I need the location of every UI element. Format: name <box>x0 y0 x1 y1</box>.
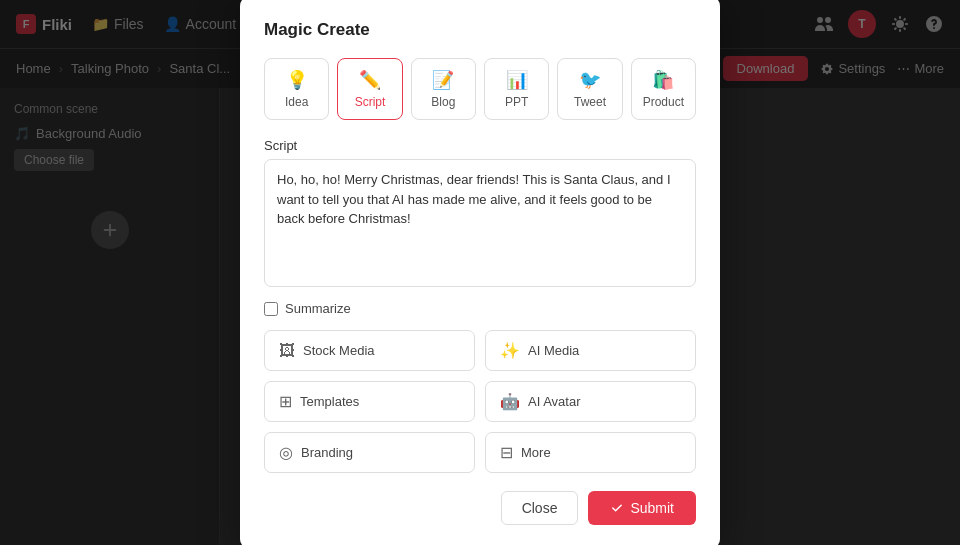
ai-media-button[interactable]: ✨ AI Media <box>485 330 696 371</box>
ppt-icon: 📊 <box>506 69 528 91</box>
ai-media-icon: ✨ <box>500 341 520 360</box>
modal-footer: Close Submit <box>264 491 696 525</box>
tweet-icon: 🐦 <box>579 69 601 91</box>
script-icon: ✏️ <box>359 69 381 91</box>
submit-check-icon <box>610 501 624 515</box>
branding-icon: ◎ <box>279 443 293 462</box>
tab-idea[interactable]: 💡 Idea <box>264 58 329 120</box>
ai-avatar-icon: 🤖 <box>500 392 520 411</box>
tab-tweet[interactable]: 🐦 Tweet <box>557 58 622 120</box>
summarize-checkbox[interactable] <box>264 302 278 316</box>
ai-avatar-button[interactable]: 🤖 AI Avatar <box>485 381 696 422</box>
tab-script[interactable]: ✏️ Script <box>337 58 402 120</box>
tab-ppt[interactable]: 📊 PPT <box>484 58 549 120</box>
script-textarea[interactable] <box>264 159 696 287</box>
stock-media-icon: 🖼 <box>279 342 295 360</box>
more-options-icon: ⊟ <box>500 443 513 462</box>
product-icon: 🛍️ <box>652 69 674 91</box>
script-label: Script <box>264 138 696 153</box>
templates-icon: ⊞ <box>279 392 292 411</box>
tab-bar: 💡 Idea ✏️ Script 📝 Blog 📊 PPT 🐦 Tweet 🛍️ <box>264 58 696 120</box>
idea-icon: 💡 <box>286 69 308 91</box>
modal-title: Magic Create <box>264 20 696 40</box>
magic-create-modal: Magic Create 💡 Idea ✏️ Script 📝 Blog 📊 P… <box>240 0 720 545</box>
submit-button[interactable]: Submit <box>588 491 696 525</box>
tab-product[interactable]: 🛍️ Product <box>631 58 696 120</box>
summarize-row: Summarize <box>264 301 696 316</box>
tab-blog[interactable]: 📝 Blog <box>411 58 476 120</box>
summarize-label: Summarize <box>285 301 351 316</box>
modal-overlay: Magic Create 💡 Idea ✏️ Script 📝 Blog 📊 P… <box>0 0 960 545</box>
close-button[interactable]: Close <box>501 491 579 525</box>
stock-media-button[interactable]: 🖼 Stock Media <box>264 330 475 371</box>
branding-button[interactable]: ◎ Branding <box>264 432 475 473</box>
templates-button[interactable]: ⊞ Templates <box>264 381 475 422</box>
more-options-button[interactable]: ⊟ More <box>485 432 696 473</box>
blog-icon: 📝 <box>432 69 454 91</box>
option-grid: 🖼 Stock Media ✨ AI Media ⊞ Templates 🤖 A… <box>264 330 696 473</box>
